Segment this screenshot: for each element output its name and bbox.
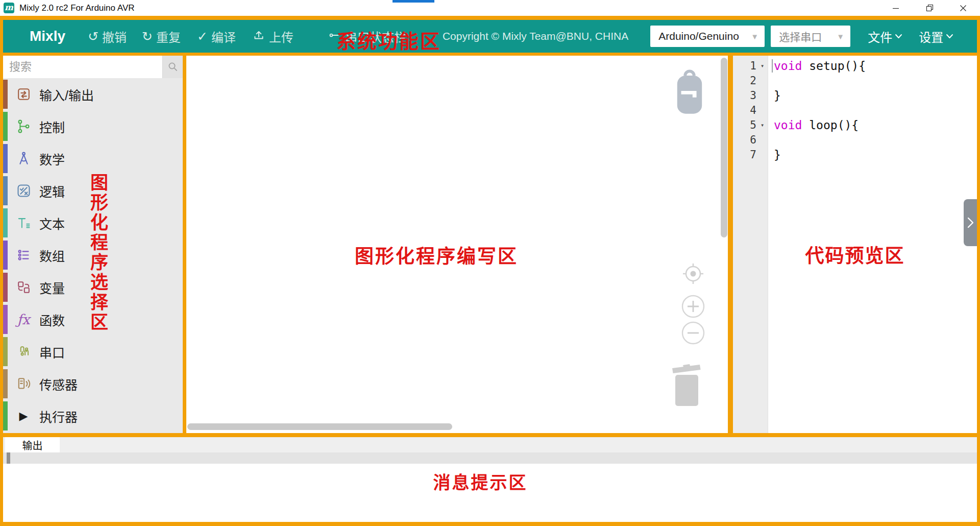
line-number: 7: [733, 149, 756, 161]
code-lines[interactable]: 1 ▾ void setup(){ 2 3 }: [733, 56, 977, 162]
center-view-button[interactable]: [681, 261, 705, 286]
sidebar-item-text[interactable]: 文本: [3, 207, 183, 239]
category-label: 执行器: [39, 407, 78, 425]
output-scroll-thumb[interactable]: [7, 452, 10, 464]
board-select[interactable]: Arduino/Genuino ▼: [650, 26, 765, 47]
search-input[interactable]: [3, 56, 162, 78]
code-line: 6: [733, 132, 977, 147]
upload-label: 上传: [269, 28, 293, 45]
sidebar-item-variable[interactable]: 变量: [3, 271, 183, 303]
sidebar-item-function[interactable]: ƒx 函数: [3, 303, 183, 336]
compile-label: 编译: [211, 28, 236, 45]
category-label: 串口: [39, 343, 65, 361]
port-select[interactable]: 选择串口 ▼: [771, 26, 850, 47]
settings-menu-button[interactable]: 设置: [919, 28, 953, 45]
board-select-value: Arduino/Genuino: [658, 30, 739, 42]
swap-shapes-icon: [8, 279, 39, 295]
sidebar-item-serial[interactable]: 串口: [3, 336, 183, 368]
toolbar: Mixly ↺ 撤销 ↻ 重复 ✓ 编译 上传: [3, 20, 977, 53]
sidebar-item-logic[interactable]: 逻辑: [3, 175, 183, 207]
port-select-placeholder: 选择串口: [779, 29, 822, 44]
mixly-menu-button[interactable]: Mixly: [30, 28, 65, 44]
backpack-icon[interactable]: [674, 69, 705, 117]
category-color-bar: [3, 176, 8, 205]
category-color-bar: [3, 401, 8, 431]
sensor-waves-icon: [8, 376, 39, 392]
trash-icon[interactable]: [670, 361, 703, 409]
line-number: 2: [733, 75, 756, 87]
annotation-canvas-region: 图形化程序编写区: [355, 241, 518, 269]
text-cursor: [772, 59, 773, 73]
check-cross-icon: [8, 183, 39, 199]
annotation-output-region: 消息提示区: [433, 469, 527, 494]
code-line: 4: [733, 103, 977, 117]
output-scroll-strip: [3, 452, 977, 464]
orange-frame: Mixly ↺ 撤销 ↻ 重复 ✓ 编译 上传: [0, 16, 980, 526]
sidebar-item-actuator[interactable]: ▶ 执行器: [3, 400, 183, 432]
settings-menu-label: 设置: [919, 28, 943, 45]
code-preview-panel: 1 ▾ void setup(){ 2 3 }: [733, 56, 977, 433]
sidebar-item-math[interactable]: 数学: [3, 142, 183, 175]
block-palette-sidebar: 输入/输出 控制 数学: [3, 56, 183, 433]
canvas-horizontal-scrollbar[interactable]: [187, 423, 452, 430]
compile-button[interactable]: ✓ 编译: [197, 28, 236, 45]
restore-button[interactable]: [913, 0, 946, 16]
file-menu-label: 文件: [868, 28, 892, 45]
zoom-out-button[interactable]: [681, 321, 705, 345]
sidebar-item-control[interactable]: 控制: [3, 110, 183, 142]
sidebar-item-array[interactable]: 数组: [3, 239, 183, 271]
redo-icon: ↻: [142, 30, 153, 43]
code-text: void loop(){: [774, 118, 859, 132]
serial-plug-icon: [328, 29, 341, 44]
upload-button[interactable]: 上传: [252, 28, 293, 45]
category-label: 函数: [39, 310, 65, 329]
category-color-bar: [3, 144, 8, 173]
canvas-vertical-scrollbar[interactable]: [721, 58, 727, 237]
category-label: 文本: [39, 214, 65, 232]
line-number: 5: [733, 119, 756, 131]
main-row: 输入/输出 控制 数学: [3, 56, 977, 433]
fold-arrow-icon[interactable]: ▾: [756, 62, 768, 69]
io-icon: [8, 86, 39, 102]
category-label: 变量: [39, 278, 65, 297]
redo-button[interactable]: ↻ 重复: [142, 28, 181, 45]
search-button[interactable]: [162, 56, 183, 78]
window-title: Mixly 2.0 rc2 For Arduino AVR: [19, 3, 135, 13]
mixly-window: m Mixly 2.0 rc2 For Arduino AVR Mixly ↺ …: [0, 0, 980, 526]
line-number: 3: [733, 89, 756, 102]
text-T-icon: [8, 215, 39, 231]
chevron-down-icon: ▼: [751, 32, 758, 41]
blockly-canvas[interactable]: 图形化程序编写区: [186, 56, 728, 433]
tab-output[interactable]: 输出: [5, 437, 60, 452]
output-panel: 输出 消息提示区: [3, 437, 977, 522]
category-color-bar: [3, 112, 8, 141]
serial-status-button[interactable]: 串口状态栏: [328, 28, 406, 45]
panel-expander-handle[interactable]: [964, 199, 977, 246]
chevron-down-icon: [895, 34, 902, 39]
file-menu-button[interactable]: 文件: [868, 28, 902, 45]
output-tabstrip: 输出: [3, 437, 977, 452]
search-icon: [167, 61, 179, 73]
close-button[interactable]: [946, 0, 980, 16]
minimize-button[interactable]: [879, 0, 913, 16]
sidebar-item-io[interactable]: 输入/输出: [3, 78, 183, 110]
compass-icon: [8, 151, 39, 166]
fold-arrow-icon[interactable]: ▾: [756, 122, 768, 129]
category-color-bar: [3, 80, 8, 109]
zoom-in-button[interactable]: [681, 294, 705, 319]
category-color-bar: [3, 305, 8, 334]
undo-button[interactable]: ↺ 撤销: [88, 28, 127, 45]
line-number: 1: [733, 60, 756, 72]
sidebar-item-sensor[interactable]: 传感器: [3, 368, 183, 400]
category-color-bar: [3, 241, 8, 270]
code-text: }: [774, 89, 781, 102]
crosshair-icon: [681, 261, 705, 286]
undo-icon: ↺: [88, 30, 99, 43]
code-line: 5 ▾ void loop(){: [733, 117, 977, 132]
chevron-down-icon: [946, 34, 953, 39]
plug-pins-icon: [8, 344, 39, 360]
category-label: 传感器: [39, 375, 78, 393]
search-row: [3, 56, 183, 78]
plus-icon: [681, 294, 705, 319]
copyright-text: Copyright © Mixly Team@BNU, CHINA: [443, 30, 628, 42]
